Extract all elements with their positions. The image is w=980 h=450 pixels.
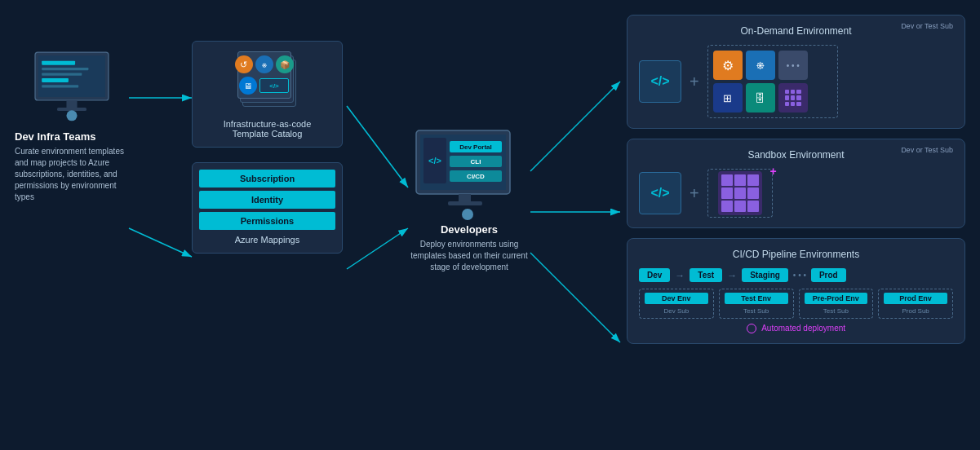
dev-label: Developers: [408, 223, 530, 236]
cicd-box: CI/CD Pipeline Environments Dev → Test →…: [627, 238, 965, 344]
dev-infra-label: Dev Infra Teams: [15, 130, 129, 143]
azure-mappings-box: Subscription Identity Permissions Azure …: [192, 162, 343, 254]
svg-rect-7: [42, 85, 78, 87]
env-cards: Dev Env Dev Sub Test Env Test Sub Pre-Pr…: [639, 289, 953, 319]
env-card-test-title: Test Env: [725, 293, 788, 304]
svg-rect-4: [42, 68, 88, 70]
env-card-test-sub: Test Sub: [725, 307, 788, 315]
sandbox-plus-corner: +: [770, 165, 777, 178]
arrow-1: →: [675, 270, 685, 281]
mapping-row-subscription: Subscription: [199, 170, 335, 188]
env-card-test: Test Env Test Sub: [719, 289, 794, 319]
env-card-prod-sub: Prod Sub: [884, 307, 947, 315]
env-card-dev-sub: Dev Sub: [645, 307, 708, 315]
on-demand-code-icon: </>: [639, 60, 681, 103]
sandbox-grid-icon: [718, 171, 762, 215]
tool-icon-dots: • • •: [778, 51, 808, 80]
env-card-preprod-title: Pre-Prod Env: [805, 293, 868, 304]
env-card-preprod: Pre-Prod Env Test Sub: [799, 289, 874, 319]
svg-text:CI/CD: CI/CD: [467, 173, 485, 180]
svg-rect-3: [42, 61, 75, 65]
svg-text:</>: </>: [428, 156, 441, 165]
developers-monitor-svg: </> Dev Portal CLI CI/CD: [412, 126, 526, 220]
tool-icon-db: 🗄: [746, 83, 775, 112]
iac-section: ↺ ⎈ 📦 🖥 </> Infrastructure-as-codeTempla…: [192, 41, 343, 254]
pipeline-stages: Dev → Test → Staging • • • Prod: [639, 268, 953, 282]
svg-rect-8: [66, 100, 77, 108]
automated-icon: [747, 324, 756, 333]
svg-rect-5: [42, 73, 82, 75]
stage-test: Test: [690, 268, 722, 282]
svg-rect-21: [459, 194, 471, 202]
stage-dots: • • •: [793, 271, 806, 280]
dev-infra-section: Dev Infra Teams Curate environment templ…: [15, 49, 129, 203]
stage-staging: Staging: [742, 268, 788, 282]
tool-icon-gear: ⚙: [713, 51, 743, 80]
mapping-row-permissions: Permissions: [199, 212, 335, 230]
env-card-dev-title: Dev Env: [645, 293, 708, 304]
sandbox-code-icon: </>: [639, 172, 681, 214]
svg-rect-6: [42, 78, 69, 82]
dev-infra-monitor-icon: [23, 49, 121, 122]
on-demand-section: Dev or Test Sub On-Demand Environment </…: [627, 15, 965, 344]
arrow-2: →: [727, 270, 737, 281]
env-card-dev: Dev Env Dev Sub: [639, 289, 714, 319]
svg-rect-22: [448, 201, 482, 205]
on-demand-tools: ⚙ ⎈ • • • ⊞ 🗄: [707, 45, 838, 118]
on-demand-plus: +: [690, 73, 699, 91]
tool-icon-k8s: ⎈: [746, 51, 775, 80]
svg-point-23: [462, 209, 473, 220]
iac-title: Infrastructure-as-codeTemplate Catalog: [201, 119, 334, 139]
env-card-preprod-sub: Test Sub: [805, 307, 868, 315]
on-demand-box: Dev or Test Sub On-Demand Environment </…: [627, 15, 965, 129]
dev-infra-desc: Curate environment templates and map pro…: [15, 146, 129, 203]
cicd-title: CI/CD Pipeline Environments: [639, 249, 953, 260]
tool-icon-network: ⊞: [713, 83, 743, 112]
on-demand-sub-label: Dev or Test Sub: [901, 22, 953, 30]
svg-text:Dev Portal: Dev Portal: [459, 143, 492, 151]
sandbox-box: Dev or Test Sub Sandbox Environment </> …: [627, 139, 965, 228]
on-demand-body: </> + ⚙ ⎈ • • • ⊞ 🗄: [639, 45, 953, 118]
tool-icon-grid: [778, 83, 808, 112]
dev-desc: Deploy environments using templates base…: [408, 239, 530, 273]
diagram-container: Dev Infra Teams Curate environment templ…: [0, 0, 980, 450]
iac-box: ↺ ⎈ 📦 🖥 </> Infrastructure-as-codeTempla…: [192, 41, 343, 148]
env-card-prod: Prod Env Prod Sub: [878, 289, 953, 319]
mapping-row-identity: Identity: [199, 191, 335, 209]
svg-text:CLI: CLI: [471, 158, 481, 165]
sandbox-plus: +: [690, 184, 699, 203]
stage-dev: Dev: [639, 268, 670, 282]
svg-point-10: [66, 110, 77, 121]
stage-prod: Prod: [811, 268, 846, 282]
env-card-prod-title: Prod Env: [884, 293, 947, 304]
azure-mappings-title: Azure Mappings: [199, 235, 335, 245]
automated-label: Automated deployment: [761, 324, 845, 333]
sandbox-body: </> + +: [639, 169, 953, 218]
automated-deploy: Automated deployment: [639, 324, 953, 333]
developers-section: </> Dev Portal CLI CI/CD Developers Depl…: [408, 126, 530, 273]
sandbox-tools: +: [707, 169, 773, 218]
sandbox-sub-label: Dev or Test Sub: [901, 146, 953, 154]
